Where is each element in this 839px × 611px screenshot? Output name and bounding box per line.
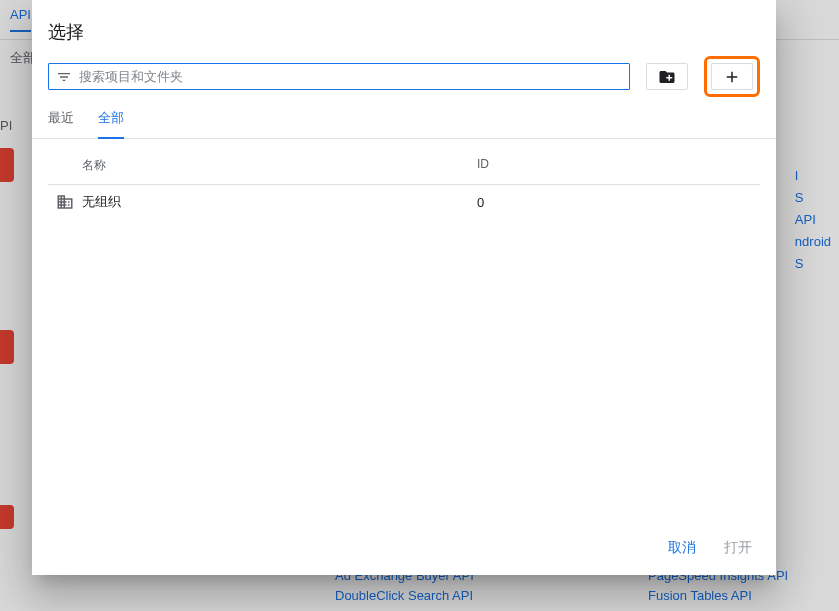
modal-title: 选择 [32, 0, 776, 56]
row-id: 0 [477, 195, 760, 210]
modal-footer: 取消 打开 [32, 527, 776, 575]
search-box[interactable] [48, 63, 630, 90]
row-name: 无组织 [82, 193, 477, 211]
new-project-button[interactable] [711, 63, 753, 90]
search-input[interactable] [73, 69, 623, 84]
modal-search-row [32, 56, 776, 97]
highlighted-new-project [704, 56, 760, 97]
tab-all[interactable]: 全部 [98, 109, 124, 139]
organization-icon [48, 193, 82, 211]
new-folder-button[interactable] [646, 63, 688, 90]
column-id-header[interactable]: ID [477, 157, 760, 174]
table-row[interactable]: 无组织 0 [48, 185, 760, 219]
project-table: 名称 ID 无组织 0 [32, 139, 776, 527]
filter-icon [55, 68, 73, 86]
open-button[interactable]: 打开 [724, 539, 752, 557]
tabs: 最近 全部 [32, 97, 776, 139]
cancel-button[interactable]: 取消 [668, 539, 696, 557]
tab-recent[interactable]: 最近 [48, 109, 74, 138]
column-name-header[interactable]: 名称 [82, 157, 477, 174]
table-header: 名称 ID [48, 139, 760, 185]
project-selector-modal: 选择 最近 全部 名称 ID 无组织 [32, 0, 776, 575]
